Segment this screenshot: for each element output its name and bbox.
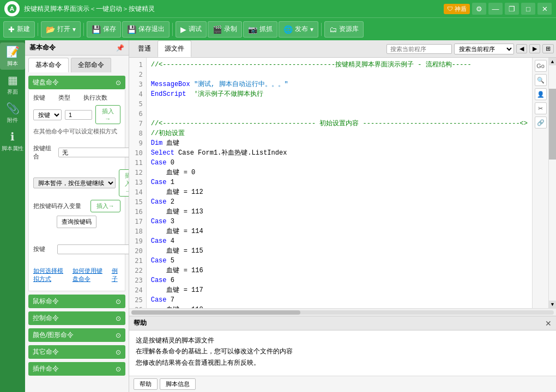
code-content[interactable]: //<-------------------------------------… [147, 58, 532, 308]
plugin-section-header[interactable]: 插件命令 ⊙ [28, 362, 125, 376]
keyboard-values-row: 按键 插入→ [33, 105, 120, 124]
tab-source[interactable]: 源文件 [158, 40, 191, 57]
interface-icon: ▦ [8, 74, 18, 87]
settings-button[interactable]: ⚙ [472, 3, 486, 15]
code-line-17: Case 3 [151, 217, 528, 226]
minimize-button[interactable]: — [488, 3, 503, 15]
control-section-header[interactable]: 控制命令 ⊙ [28, 311, 125, 325]
code-line-2 [151, 70, 528, 79]
combo-row: 按键组合 插入→ [33, 139, 120, 166]
sidebar-item-properties[interactable]: ℹ 脚本属性 [0, 127, 25, 155]
combo-input[interactable] [58, 148, 129, 157]
help-close-button[interactable]: ✕ [545, 319, 552, 328]
horizontal-scrollbar[interactable] [129, 308, 556, 316]
query-keycode-button[interactable]: 查询按键码 [57, 216, 96, 228]
pin-icon: 📌 [116, 44, 124, 52]
control-collapse-icon: ⊙ [116, 315, 121, 322]
title-text: 按键精灵脚本界面演示＜一键启动＞按键精灵 [24, 4, 444, 14]
scroll-up-button[interactable]: ▲ [549, 58, 557, 65]
nav-next-button[interactable]: ▶ [529, 44, 540, 53]
search-input[interactable] [386, 44, 452, 54]
plugin-section: 插件命令 ⊙ [28, 362, 125, 376]
sidebar-item-script[interactable]: 📝 脚本 [0, 42, 25, 70]
tab-all-commands[interactable]: 全部命令 [71, 58, 111, 72]
search-tool-button[interactable]: 🔍 [535, 74, 547, 86]
help-bottom-tabs: 帮助 脚本信息 [129, 376, 556, 392]
scissors-tool-button[interactable]: ✂ [535, 102, 547, 114]
code-line-19: Case 4 [151, 236, 528, 246]
grid-view-button[interactable]: ⊞ [542, 44, 554, 53]
exec-count-input[interactable] [65, 110, 92, 120]
sidebar-item-interface[interactable]: ▦ 界面 [0, 71, 25, 98]
resources-button[interactable]: 🗂 资源库 [324, 21, 364, 38]
color-shape-section: 颜色/图形命令 ⊙ [28, 328, 125, 342]
editor-search: 搜索当前程序 ◀ ▶ ⊞ [386, 44, 554, 54]
pause-row: 脚本暂停，按任意键继续 插入→ [33, 169, 120, 197]
help-link-select-mode[interactable]: 如何选择模拟方式 [33, 267, 68, 283]
debug-icon: ▶ [180, 25, 186, 34]
debug-button[interactable]: ▶ 调试 [176, 21, 207, 38]
scroll-down-button[interactable]: ▼ [549, 301, 557, 308]
maximize-button[interactable]: □ [521, 3, 535, 15]
record-button[interactable]: 🎬 录制 [208, 21, 242, 38]
code-line-3: MessageBox "测试, 脚本自动运行中。。。" [151, 79, 528, 89]
help-link-example[interactable]: 例子 [112, 267, 120, 283]
goto-button[interactable]: Go [535, 60, 547, 72]
vertical-scrollbar[interactable]: ▲ ▼ [548, 58, 556, 308]
keyboard-insert-button[interactable]: 插入→ [95, 105, 120, 124]
code-line-1: //<-------------------------------------… [151, 60, 528, 70]
pause-insert-button[interactable]: 插入→ [119, 169, 129, 197]
keyboard-section-header[interactable]: 键盘命令 ⊙ [28, 76, 125, 89]
help-title: 帮助 [134, 318, 147, 328]
nav-prev-button[interactable]: ◀ [516, 44, 527, 53]
code-line-15: Case 2 [151, 197, 528, 207]
code-line-6 [151, 109, 528, 119]
help-tab-help[interactable]: 帮助 [134, 378, 158, 390]
open-button[interactable]: 📂 打开▾ [41, 21, 81, 38]
capture-button[interactable]: 📷 抓抓 [243, 21, 277, 38]
sidebar-item-attachment[interactable]: 📎 附件 [0, 99, 25, 126]
keyboard-field-row: 按键 类型 执行次数 [33, 94, 120, 102]
tab-basic-commands[interactable]: 基本命令 [28, 58, 69, 72]
mouse-section-header[interactable]: 鼠标命令 ⊙ [28, 295, 125, 308]
editor-right-tools: Go 🔍 👤 ✂ 🔗 [532, 58, 548, 308]
search-dropdown[interactable]: 搜索当前程序 [454, 44, 514, 54]
other-section-header[interactable]: 其它命令 ⊙ [28, 345, 125, 359]
color-collapse-icon: ⊙ [116, 332, 121, 339]
restore-button[interactable]: ❐ [505, 3, 519, 15]
help-tab-script-info[interactable]: 脚本信息 [160, 378, 196, 390]
new-button[interactable]: ✚ 新建 [3, 21, 35, 38]
h-scroll-track[interactable] [131, 310, 554, 315]
user-tool-button[interactable]: 👤 [535, 88, 547, 100]
link-tool-button[interactable]: 🔗 [535, 117, 547, 128]
other-section: 其它命令 ⊙ [28, 345, 125, 359]
help-link-use-keyboard[interactable]: 如何使用键盘命令 [72, 267, 107, 283]
plugin-collapse-icon: ⊙ [116, 365, 121, 373]
key-label: 按键 [33, 94, 55, 102]
keycode-input[interactable] [57, 244, 129, 254]
left-panel-title: 基本命令 [29, 43, 56, 52]
color-shape-section-header[interactable]: 颜色/图形命令 ⊙ [28, 328, 125, 342]
line-numbers: 1234567891011121314151617181920212223242… [129, 58, 147, 308]
sep2 [83, 23, 84, 36]
h-scroll-thumb[interactable] [131, 310, 300, 315]
save-button[interactable]: 💾 保存 [87, 21, 121, 38]
close-button[interactable]: ✕ [537, 3, 552, 15]
code-line-25: Case 7 [151, 295, 528, 305]
mouse-section: 鼠标命令 ⊙ [28, 295, 125, 308]
help-content: 这是按键精灵的脚本源文件 在理解各条命令的基础上，您可以修改这个文件的内容 您修… [129, 330, 556, 376]
record-icon: 🎬 [213, 25, 222, 34]
code-line-12: 血键 = 0 [151, 168, 528, 177]
var-insert-button[interactable]: 插入→ [90, 200, 120, 212]
pause-select[interactable]: 脚本暂停，按任意键继续 [33, 177, 116, 188]
code-line-13: Case 1 [151, 177, 528, 187]
key-type-select[interactable]: 按键 [33, 109, 62, 120]
save-exit-button[interactable]: 💾 保存退出 [122, 21, 170, 38]
exec-count-label: 执行次数 [83, 94, 107, 102]
code-line-16: 血键 = 113 [151, 207, 528, 217]
scroll-thumb[interactable] [549, 89, 556, 160]
publish-button[interactable]: 🌐 发布▾ [279, 21, 318, 38]
scroll-track[interactable] [549, 65, 556, 301]
tab-normal[interactable]: 普通 [131, 40, 158, 57]
save-icon: 💾 [92, 25, 101, 34]
